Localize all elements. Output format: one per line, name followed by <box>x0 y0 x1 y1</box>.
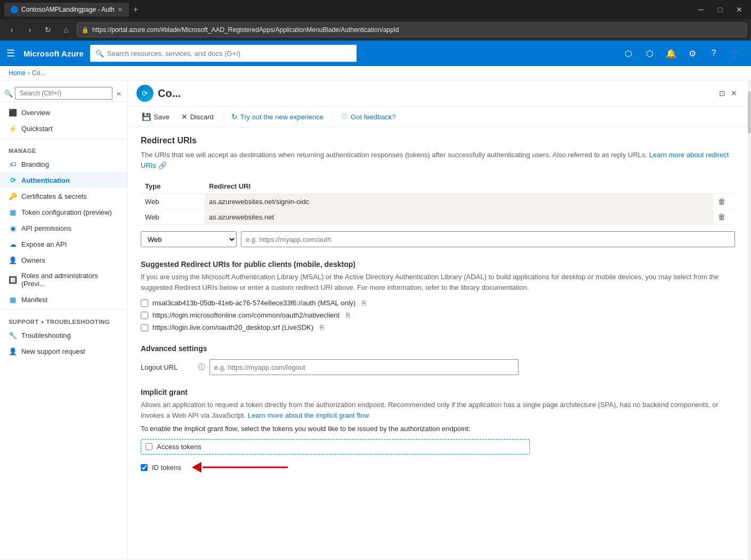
table-row: Web as.azurewebsites.net/signin-oidc 🗑 <box>141 194 735 209</box>
save-label: Save <box>154 113 169 121</box>
save-btn[interactable]: 💾 Save <box>136 110 175 124</box>
address-url: https://portal.azure.com/#blade/Microsof… <box>92 26 399 34</box>
access-tokens-checkbox[interactable] <box>146 443 152 450</box>
back-btn[interactable]: ‹ <box>4 22 19 37</box>
sidebar-item-expose-api[interactable]: ☁ Expose an API <box>0 236 127 252</box>
redirect-uris-title: Redirect URIs <box>141 136 735 145</box>
sidebar-item-new-support[interactable]: 👤 New support request <box>0 343 127 359</box>
hamburger-menu-btn[interactable]: ☰ <box>6 47 15 59</box>
sidebar: 🔍 « ⬛ Overview ⚡ Quickstart Manage 🏷 Bra… <box>0 80 128 559</box>
suggested-uri-3-copy-btn[interactable]: ⎘ <box>320 323 324 331</box>
sidebar-item-owners[interactable]: 👤 Owners <box>0 252 127 268</box>
header-icon-group: ⬡ ⬡ 🔔 ⚙ ? 👤 <box>619 44 745 63</box>
address-lock-icon: 🔒 <box>82 27 89 34</box>
toolbar-separator-1 <box>222 111 223 122</box>
try-out-btn[interactable]: ↻ Try out the new experience <box>226 110 329 124</box>
tab-favicon <box>11 6 18 13</box>
redirect-uris-section: Redirect URIs The URIs that we will acce… <box>141 136 735 247</box>
manage-section-label: Manage <box>0 141 127 156</box>
row2-delete-btn[interactable]: 🗑 <box>718 213 725 221</box>
sidebar-item-manifest[interactable]: ▦ Manifest <box>0 291 127 307</box>
implicit-grant-title: Implicit grant <box>141 388 735 396</box>
app-icon: ⟳ <box>136 85 154 102</box>
discard-btn[interactable]: ✕ Discard <box>176 110 219 124</box>
browser-chrome: ContosoAMPLandingpage - Auth ✕ + ─ □ ✕ <box>0 0 751 19</box>
cloud-shell-btn[interactable]: ⬡ <box>619 44 638 63</box>
save-icon: 💾 <box>142 112 151 121</box>
sidebar-item-token[interactable]: ▦ Token configuration (preview) <box>0 204 127 220</box>
roles-icon: 🔲 <box>9 275 17 284</box>
logout-url-label: Logout URL <box>141 363 194 371</box>
suggested-uri-1-checkbox[interactable] <box>141 299 148 307</box>
forward-btn[interactable]: › <box>22 22 37 37</box>
feedback-btn[interactable]: ♡ Got feedback? <box>336 110 401 124</box>
close-browser-btn[interactable]: ✕ <box>732 2 747 17</box>
directory-btn[interactable]: ⬡ <box>640 44 659 63</box>
uri-col-header: Redirect URI <box>205 179 714 194</box>
suggested-uri-2-checkbox[interactable] <box>141 312 148 319</box>
sidebar-item-quickstart[interactable]: ⚡ Quickstart <box>0 120 127 136</box>
row2-uri: as.azurewebsites.net <box>205 209 714 225</box>
sidebar-item-certificates[interactable]: 🔑 Certificates & secrets <box>0 188 127 204</box>
close-blade-icon[interactable]: ✕ <box>729 87 739 100</box>
settings-btn[interactable]: ⚙ <box>683 44 702 63</box>
sidebar-search-row: 🔍 « <box>0 85 127 102</box>
suggested-uris-section: Suggested Redirect URIs for public clien… <box>141 260 735 331</box>
sidebar-item-api-permissions[interactable]: ◉ API permissions <box>0 220 127 236</box>
suggested-uri-3-checkbox[interactable] <box>141 324 148 331</box>
scrollbar[interactable] <box>748 80 751 559</box>
suggested-uri-row-3: https://login.live.com/oauth20_desktop.s… <box>141 323 735 331</box>
suggested-uri-1-copy-btn[interactable]: ⎘ <box>362 299 366 307</box>
troubleshooting-icon: 🔧 <box>9 331 17 339</box>
tab-close-btn[interactable]: ✕ <box>118 6 123 13</box>
sidebar-item-roles[interactable]: 🔲 Roles and administrators (Previ... <box>0 268 127 291</box>
browser-nav-bar: ‹ › ↻ ⌂ 🔒 https://portal.azure.com/#blad… <box>0 19 751 40</box>
global-search-box[interactable]: 🔍 <box>90 45 357 62</box>
breadcrumb-home-link[interactable]: Home <box>9 69 26 77</box>
row1-type: Web <box>141 194 205 209</box>
profile-btn[interactable]: 👤 <box>725 44 745 63</box>
sidebar-item-troubleshooting[interactable]: 🔧 Troubleshooting <box>0 327 127 343</box>
notifications-btn[interactable]: 🔔 <box>661 44 681 63</box>
token-icon: ▦ <box>9 208 17 216</box>
breadcrumb-app-name: Co... <box>32 69 45 77</box>
expand-icon[interactable]: ⊡ <box>717 87 728 100</box>
blade-actions: ⊡ ✕ <box>717 87 739 100</box>
sidebar-roles-label: Roles and administrators (Previ... <box>21 272 121 288</box>
refresh-btn[interactable]: ↻ <box>41 22 55 37</box>
discard-label: Discard <box>190 113 214 121</box>
uri-type-select[interactable]: Web <box>141 231 237 247</box>
sidebar-divider-1 <box>0 139 127 139</box>
id-tokens-checkbox[interactable] <box>141 464 148 471</box>
id-tokens-row: ID tokens <box>141 459 735 476</box>
suggested-uri-2-copy-btn[interactable]: ⎘ <box>346 311 350 319</box>
blade-app-title: Co... <box>158 87 713 100</box>
new-tab-btn[interactable]: + <box>133 5 138 14</box>
azure-header: ☰ Microsoft Azure 🔍 ⬡ ⬡ 🔔 ⚙ ? 👤 <box>0 40 751 66</box>
help-btn[interactable]: ? <box>704 44 723 63</box>
scrollbar-thumb[interactable] <box>748 91 751 134</box>
browser-tab[interactable]: ContosoAMPLandingpage - Auth ✕ <box>4 3 129 17</box>
implicit-learn-more-link[interactable]: Learn more about the implicit grant flow <box>248 411 369 419</box>
row1-delete-btn[interactable]: 🗑 <box>718 197 725 206</box>
sidebar-quickstart-label: Quickstart <box>21 125 53 133</box>
logout-url-input[interactable] <box>209 359 519 375</box>
sidebar-token-label: Token configuration (preview) <box>21 208 112 216</box>
minimize-btn[interactable]: ─ <box>693 2 708 17</box>
maximize-btn[interactable]: □ <box>713 2 728 17</box>
global-search-input[interactable] <box>107 50 351 58</box>
address-bar[interactable]: 🔒 https://portal.azure.com/#blade/Micros… <box>77 22 747 37</box>
sidebar-item-overview[interactable]: ⬛ Overview <box>0 104 127 120</box>
sidebar-search-input[interactable] <box>15 87 112 100</box>
sidebar-item-branding[interactable]: 🏷 Branding <box>0 156 127 172</box>
owners-icon: 👤 <box>9 256 17 264</box>
sidebar-collapse-btn[interactable]: « <box>115 88 123 99</box>
home-btn[interactable]: ⌂ <box>59 22 74 37</box>
new-uri-input[interactable] <box>241 231 735 247</box>
azure-logo: Microsoft Azure <box>23 49 84 58</box>
sidebar-item-authentication[interactable]: ⟳ Authentication <box>0 172 127 188</box>
blade-container: ⟳ Co... ⊡ ✕ 💾 Save ✕ Discard ↻ Try out t… <box>128 80 748 559</box>
red-arrow-indicator <box>192 459 298 476</box>
feedback-icon: ♡ <box>341 112 348 121</box>
main-layout: 🔍 « ⬛ Overview ⚡ Quickstart Manage 🏷 Bra… <box>0 80 751 559</box>
